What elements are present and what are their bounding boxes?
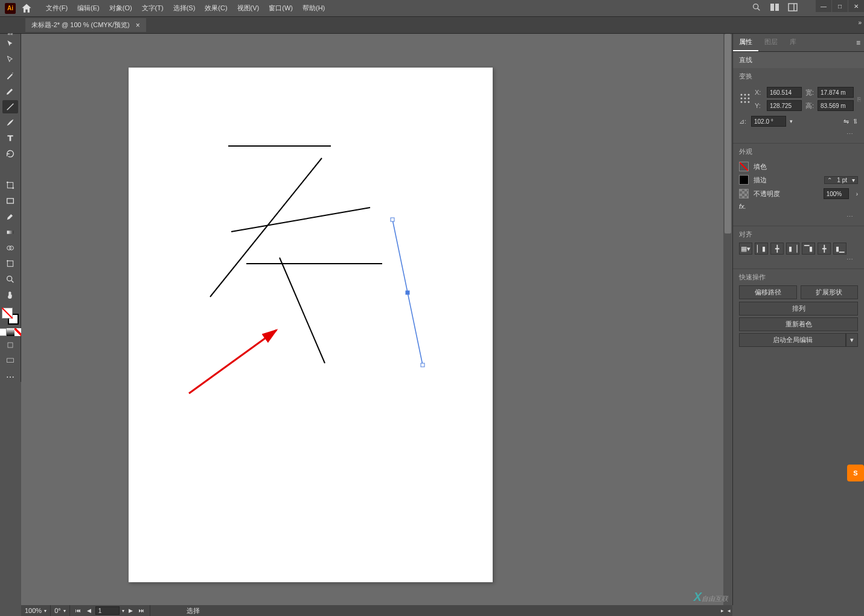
angle-dropdown-icon[interactable]: ▾	[790, 118, 793, 124]
magic-wand-tool[interactable]	[2, 69, 18, 82]
home-icon[interactable]	[21, 2, 33, 14]
menu-window[interactable]: 窗口(W)	[264, 4, 298, 13]
height-input[interactable]	[818, 100, 854, 111]
arrange-documents-icon[interactable]	[770, 2, 779, 13]
global-edit-button[interactable]: 启动全局编辑	[739, 333, 846, 347]
tab-layers[interactable]: 图层	[758, 34, 784, 51]
fill-stroke-swatches[interactable]	[2, 308, 19, 325]
pen-tool[interactable]	[2, 84, 18, 98]
rotate-view[interactable]: 0°▾	[51, 605, 70, 616]
menu-select[interactable]: 选择(S)	[168, 4, 200, 13]
hand-tool[interactable]	[2, 288, 18, 302]
edit-toolbar-icon[interactable]: ⋯	[6, 372, 14, 382]
align-right-icon[interactable]: ▮▕	[786, 243, 799, 255]
menu-object[interactable]: 对象(O)	[104, 4, 137, 13]
opacity-more-icon[interactable]: ›	[856, 191, 858, 197]
rotate-tool[interactable]	[2, 147, 18, 160]
canvas-area[interactable]	[21, 34, 732, 605]
artboard[interactable]	[129, 68, 493, 582]
panel-menu-icon[interactable]: ≡	[856, 39, 860, 47]
align-to-dropdown[interactable]: ▦▾	[739, 243, 752, 255]
align-top-icon[interactable]: ▔▮	[802, 243, 815, 255]
document-tab[interactable]: 未标题-2* @ 100 % (CMYK/预览) ×	[25, 18, 146, 32]
align-hcenter-icon[interactable]: ╋	[770, 243, 784, 255]
fill-color-swatch[interactable]	[739, 162, 749, 171]
direct-selection-tool[interactable]	[2, 53, 18, 66]
align-more-icon[interactable]: ⋯	[739, 255, 858, 265]
nav-last-icon[interactable]: ⏭	[137, 608, 146, 614]
recolor-button[interactable]: 重新着色	[739, 317, 858, 331]
eyedropper-tool[interactable]	[2, 210, 18, 223]
stroke-weight-input[interactable]: ⌃1 pt▾	[824, 176, 858, 184]
stroke-label[interactable]: 描边	[754, 176, 767, 185]
hscroll-left-icon[interactable]: ◂	[726, 608, 732, 614]
drawing-mode-icon[interactable]	[2, 338, 18, 352]
nav-first-icon[interactable]: ⏮	[74, 608, 83, 614]
scrollbar-thumb[interactable]	[725, 34, 731, 233]
opacity-swatch-icon[interactable]	[739, 189, 749, 198]
align-left-icon[interactable]: ▏▮	[755, 243, 768, 255]
stroke-color-swatch[interactable]	[739, 175, 749, 185]
x-input[interactable]	[767, 87, 802, 98]
opacity-label[interactable]: 不透明度	[754, 189, 780, 198]
appearance-more-icon[interactable]: ⋯	[739, 212, 858, 222]
color-mode-solid[interactable]	[0, 328, 7, 336]
link-wh-icon[interactable]: ⎘	[857, 96, 861, 103]
zoom-level[interactable]: 100%▾	[21, 605, 51, 616]
workspace-icon[interactable]	[788, 2, 798, 13]
svg-point-0	[754, 4, 758, 9]
menu-effect[interactable]: 效果(C)	[200, 4, 232, 13]
y-input[interactable]	[767, 100, 802, 111]
paintbrush-tool[interactable]	[2, 116, 18, 129]
type-tool[interactable]	[2, 132, 18, 145]
free-transform-tool[interactable]	[2, 179, 18, 192]
artboard-tool[interactable]	[2, 257, 18, 270]
tab-libraries[interactable]: 库	[784, 34, 802, 51]
artboard-number-input[interactable]	[95, 606, 120, 615]
transform-more-icon[interactable]: ⋯	[739, 129, 858, 139]
arrange-button[interactable]: 排列	[739, 302, 858, 316]
align-vcenter-icon[interactable]: ╋	[818, 243, 831, 255]
width-tool[interactable]	[2, 163, 18, 176]
tab-properties[interactable]: 属性	[733, 34, 758, 51]
menu-edit[interactable]: 编辑(E)	[72, 4, 104, 13]
fill-swatch[interactable]	[2, 308, 13, 319]
nav-prev-icon[interactable]: ◀	[85, 608, 93, 614]
reference-point-icon[interactable]	[739, 92, 751, 106]
nav-next-icon[interactable]: ▶	[127, 608, 135, 614]
artboard-dropdown-icon[interactable]: ▾	[122, 608, 124, 614]
toolbar-grip-icon[interactable]: ««	[8, 31, 13, 37]
menu-view[interactable]: 视图(V)	[232, 4, 264, 13]
flip-horizontal-icon[interactable]: ⇋	[843, 118, 849, 125]
color-mode-gradient[interactable]	[7, 328, 14, 336]
menu-help[interactable]: 帮助(H)	[298, 4, 330, 13]
search-icon[interactable]	[752, 2, 761, 13]
rectangle-tool[interactable]	[2, 194, 18, 208]
screen-mode-icon[interactable]	[2, 354, 18, 367]
fx-label[interactable]: fx.	[739, 203, 746, 210]
expand-shape-button[interactable]: 扩展形状	[801, 285, 859, 299]
width-input[interactable]	[818, 87, 854, 98]
offset-path-button[interactable]: 偏移路径	[739, 285, 797, 299]
maximize-button[interactable]: □	[832, 0, 848, 12]
vertical-scrollbar[interactable]	[723, 34, 732, 605]
angle-input[interactable]	[751, 116, 786, 127]
selection-tool[interactable]	[2, 37, 18, 51]
line-segment-tool[interactable]	[2, 100, 18, 113]
shape-builder-tool[interactable]	[2, 241, 18, 255]
gradient-tool[interactable]	[2, 226, 18, 239]
panel-collapse-icon[interactable]: »	[858, 19, 862, 26]
svg-point-10	[13, 188, 14, 189]
tab-close-icon[interactable]: ×	[136, 21, 140, 30]
statusbar-menu-icon[interactable]: ▸	[719, 608, 726, 614]
minimize-button[interactable]: —	[816, 0, 831, 12]
opacity-input[interactable]	[824, 188, 849, 199]
menu-text[interactable]: 文字(T)	[137, 4, 168, 13]
global-edit-dropdown-icon[interactable]: ▾	[846, 333, 858, 347]
menu-file[interactable]: 文件(F)	[41, 4, 72, 13]
close-button[interactable]: ✕	[848, 0, 864, 12]
flip-vertical-icon[interactable]: ⥮	[853, 118, 858, 125]
align-bottom-icon[interactable]: ▮▁	[833, 243, 846, 255]
ime-badge-icon[interactable]: S	[847, 465, 864, 481]
zoom-tool[interactable]	[2, 273, 18, 286]
